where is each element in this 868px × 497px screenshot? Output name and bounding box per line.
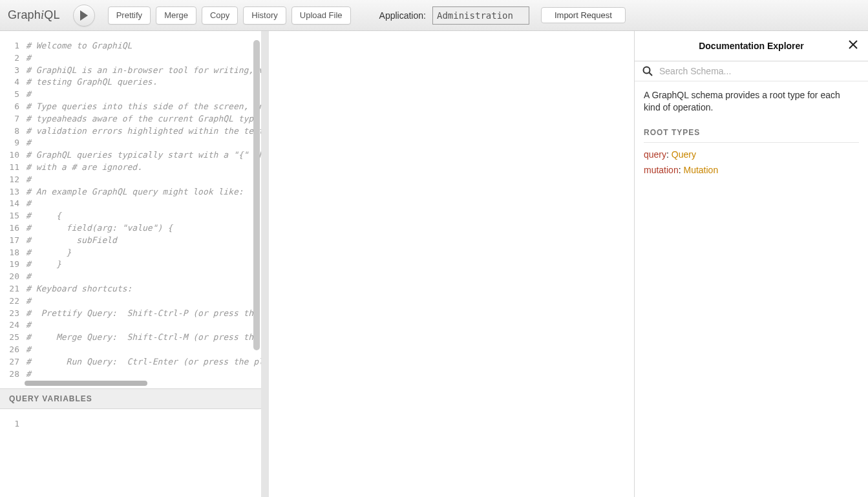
docs-description: A GraphQL schema provides a root type fo… — [644, 89, 859, 114]
docs-search-row — [635, 61, 868, 81]
editor-horizontal-scrollbar[interactable] — [25, 379, 253, 387]
scrollbar-thumb[interactable] — [25, 381, 147, 386]
svg-point-3 — [644, 67, 650, 74]
close-icon — [849, 40, 858, 49]
line-gutter: 1 2 3 4 5 6 7 8 9 10 11 12 13 14 15 16 1… — [0, 40, 23, 378]
documentation-explorer: Documentation Explorer A GraphQL schema … — [634, 31, 868, 497]
query-variables-header[interactable]: Query Variables — [0, 388, 261, 409]
copy-button[interactable]: Copy — [202, 6, 238, 25]
root-types-heading: Root Types — [644, 128, 859, 143]
app-logo: GraphiQL — [8, 8, 60, 22]
results-pane — [269, 31, 634, 497]
editor-vertical-scrollbar[interactable] — [252, 40, 261, 388]
docs-body: A GraphQL schema provides a root type fo… — [635, 81, 868, 497]
editor-column: 1 2 3 4 5 6 7 8 9 10 11 12 13 14 15 16 1… — [0, 31, 261, 497]
editor-results-splitter[interactable] — [261, 31, 269, 497]
docs-header: Documentation Explorer — [635, 31, 868, 61]
root-type-row: query: Query — [644, 149, 859, 160]
logo-suffix: QL — [44, 8, 59, 21]
root-types-list: query: Querymutation: Mutation — [644, 149, 859, 175]
search-icon — [642, 66, 653, 76]
svg-marker-0 — [80, 10, 88, 21]
prettify-button[interactable]: Prettify — [108, 6, 151, 25]
docs-search-input[interactable] — [658, 65, 860, 77]
query-variables-title: Query Variables — [9, 394, 92, 403]
variables-line-gutter: 1 — [0, 418, 23, 430]
root-type-row: mutation: Mutation — [644, 165, 859, 175]
close-docs-button[interactable] — [846, 37, 860, 54]
docs-title: Documentation Explorer — [699, 41, 804, 51]
toolbar-button-group: Prettify Merge Copy History Upload File — [108, 6, 351, 25]
application-label: Application: — [379, 10, 426, 21]
run-query-button[interactable] — [73, 5, 95, 26]
root-field-name: query — [644, 149, 666, 160]
svg-line-4 — [650, 73, 653, 76]
root-field-name: mutation — [644, 165, 679, 175]
code-content[interactable]: # Welcome to GraphiQL # # GraphiQL is an… — [26, 40, 261, 378]
history-button[interactable]: History — [243, 6, 286, 25]
import-request-button[interactable]: Import Request — [541, 7, 626, 23]
application-select[interactable] — [432, 6, 529, 25]
query-variables-editor[interactable]: 1 — [0, 409, 261, 497]
scrollbar-thumb[interactable] — [253, 40, 260, 350]
root-type-link[interactable]: Mutation — [683, 165, 718, 175]
upload-file-button[interactable]: Upload File — [291, 6, 351, 25]
toolbar: GraphiQL Prettify Merge Copy History Upl… — [0, 0, 868, 31]
main-area: 1 2 3 4 5 6 7 8 9 10 11 12 13 14 15 16 1… — [0, 31, 868, 497]
logo-prefix: Graph — [8, 8, 41, 21]
root-type-link[interactable]: Query — [672, 149, 696, 160]
merge-button[interactable]: Merge — [156, 6, 196, 25]
line-number: 1 — [0, 418, 19, 430]
play-icon — [79, 10, 89, 21]
query-editor[interactable]: 1 2 3 4 5 6 7 8 9 10 11 12 13 14 15 16 1… — [0, 31, 261, 388]
